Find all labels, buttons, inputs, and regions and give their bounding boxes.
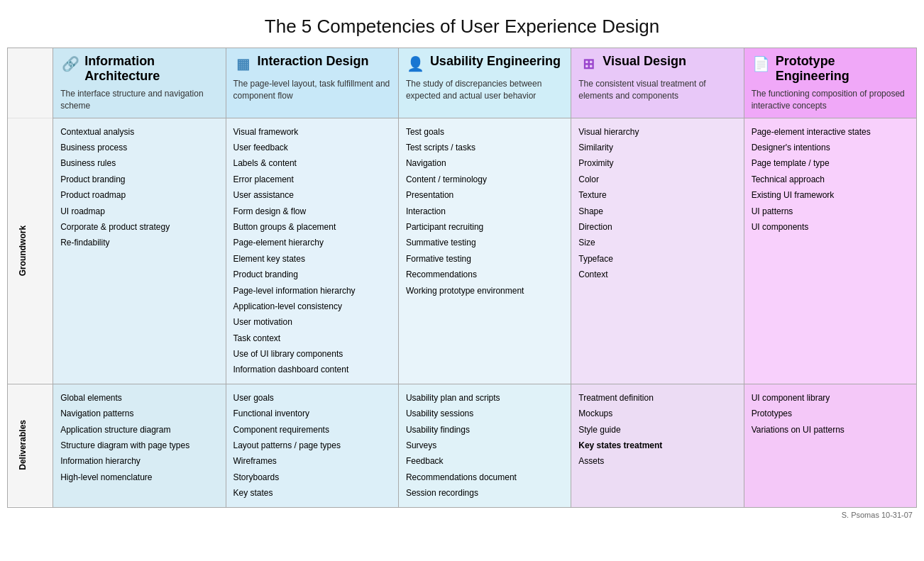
- deliverables-vd: Treatment definition Mockups Style guide…: [571, 384, 744, 507]
- deliverables-vd-list: Treatment definition Mockups Style guide…: [578, 390, 736, 470]
- list-item: Designer's intentions: [752, 140, 909, 155]
- list-item: Form design & flow: [233, 204, 391, 219]
- list-item: Task context: [233, 331, 391, 346]
- groundwork-row: Groundwork Contextual analysis Business …: [8, 118, 917, 384]
- deliverables-ue: Usability plan and scripts Usability ses…: [398, 384, 571, 507]
- list-item: UI component library: [752, 390, 909, 406]
- list-item: Contextual analysis: [60, 124, 218, 140]
- deliverables-id: User goals Functional inventory Componen…: [226, 384, 398, 507]
- list-item: Direction: [578, 219, 736, 235]
- list-item: Test scripts / tasks: [406, 140, 563, 155]
- list-item: Product branding: [60, 172, 218, 187]
- list-item: Information hierarchy: [60, 453, 218, 469]
- list-item: Use of UI library components: [233, 346, 391, 362]
- list-item: Page-level information hierarchy: [233, 283, 391, 299]
- ia-icon: 🔗: [60, 54, 80, 74]
- list-item: Mockups: [578, 406, 736, 421]
- page-title: The 5 Competencies of User Experience De…: [7, 16, 917, 38]
- footer: S. Psomas 10-31-07: [7, 508, 917, 521]
- deliverables-label: Deliverables: [8, 384, 53, 507]
- list-item: Recommendations document: [406, 470, 563, 485]
- list-item: Surveys: [406, 438, 563, 453]
- list-item: Functional inventory: [233, 406, 391, 421]
- list-item: Usability plan and scripts: [406, 390, 563, 406]
- list-item: Re-findability: [60, 235, 218, 250]
- list-item: Technical approach: [752, 172, 909, 187]
- list-item: Content / terminology: [406, 172, 563, 187]
- pe-icon: 📄: [752, 54, 771, 74]
- id-desc: The page-level layout, task fulfillment …: [233, 78, 391, 102]
- list-item: Component requirements: [233, 422, 391, 438]
- ue-desc: The study of discrepancies between expec…: [406, 78, 563, 102]
- deliverables-ia-list: Global elements Navigation patterns Appl…: [60, 390, 218, 485]
- list-item: Storyboards: [233, 470, 391, 485]
- deliverables-ia: Global elements Navigation patterns Appl…: [53, 384, 226, 507]
- list-item: Error placement: [233, 172, 391, 187]
- list-item: Assets: [578, 453, 736, 469]
- list-item: Existing UI framework: [752, 187, 909, 203]
- list-item: Prototypes: [752, 406, 909, 421]
- groundwork-label: Groundwork: [8, 118, 53, 384]
- list-item: Size: [578, 235, 736, 250]
- groundwork-id: Visual framework User feedback Labels & …: [226, 118, 398, 384]
- list-item: Formative testing: [406, 251, 563, 267]
- list-item: Business rules: [60, 155, 218, 171]
- list-item: Context: [578, 267, 736, 282]
- vd-title: Visual Design: [603, 54, 686, 69]
- list-item: Corporate & product strategy: [60, 219, 218, 235]
- ue-title: Usability Engineering: [430, 54, 561, 69]
- groundwork-ia: Contextual analysis Business process Bus…: [53, 118, 226, 384]
- groundwork-vd: Visual hierarchy Similarity Proximity Co…: [571, 118, 744, 384]
- list-item: Labels & content: [233, 155, 391, 171]
- list-item: Feedback: [406, 453, 563, 469]
- list-item: Product roadmap: [60, 187, 218, 203]
- list-item: Test goals: [406, 124, 563, 140]
- list-item: Interaction: [406, 204, 563, 219]
- header-id: ▦ Interaction Design The page-level layo…: [226, 48, 398, 118]
- pe-desc: The functioning composition of proposed …: [752, 88, 909, 112]
- groundwork-ia-list: Contextual analysis Business process Bus…: [60, 124, 218, 251]
- list-item: Layout patterns / page types: [233, 438, 391, 453]
- vd-icon: ⊞: [578, 54, 598, 74]
- list-item: Shape: [578, 204, 736, 219]
- list-item: UI patterns: [752, 204, 909, 219]
- list-item: Page-element interactive states: [752, 124, 909, 140]
- list-item: Session recordings: [406, 485, 563, 501]
- groundwork-vd-list: Visual hierarchy Similarity Proximity Co…: [578, 124, 736, 283]
- list-item: Wireframes: [233, 453, 391, 469]
- list-item: UI roadmap: [60, 204, 218, 219]
- list-item: Variations on UI patterns: [752, 422, 909, 438]
- ue-icon: 👤: [406, 54, 426, 74]
- list-item: Working prototype environment: [406, 283, 563, 299]
- id-title: Interaction Design: [258, 54, 369, 69]
- list-item: Information dashboard content: [233, 362, 391, 377]
- list-item: Application structure diagram: [60, 422, 218, 438]
- list-item: Key states treatment: [578, 438, 736, 453]
- list-item: Similarity: [578, 140, 736, 155]
- list-item: Texture: [578, 187, 736, 203]
- header-row: 🔗 Information Architecture The interface…: [8, 48, 917, 118]
- list-item: Button groups & placement: [233, 219, 391, 235]
- list-item: Typeface: [578, 251, 736, 267]
- competencies-table: 🔗 Information Architecture The interface…: [7, 48, 917, 508]
- list-item: Global elements: [60, 390, 218, 406]
- header-ue: 👤 Usability Engineering The study of dis…: [398, 48, 571, 118]
- vd-desc: The consistent visual treatment of eleme…: [578, 78, 736, 102]
- list-item: High-level nomenclature: [60, 470, 218, 485]
- deliverables-row: Deliverables Global elements Navigation …: [8, 384, 917, 507]
- deliverables-pe-list: UI component library Prototypes Variatio…: [752, 390, 909, 438]
- list-item: Navigation: [406, 155, 563, 171]
- list-item: Usability sessions: [406, 406, 563, 421]
- list-item: Application-level consistency: [233, 299, 391, 314]
- id-icon: ▦: [233, 54, 253, 74]
- deliverables-pe: UI component library Prototypes Variatio…: [744, 384, 916, 507]
- deliverables-ue-list: Usability plan and scripts Usability ses…: [406, 390, 563, 501]
- list-item: Page-element hierarchy: [233, 235, 391, 250]
- header-ia: 🔗 Information Architecture The interface…: [53, 48, 226, 118]
- groundwork-pe-list: Page-element interactive states Designer…: [752, 124, 909, 235]
- list-item: User motivation: [233, 314, 391, 330]
- header-pe: 📄 Prototype Engineering The functioning …: [744, 48, 916, 118]
- list-item: Style guide: [578, 422, 736, 438]
- ia-desc: The interface structure and navigation s…: [60, 88, 218, 112]
- list-item: Business process: [60, 140, 218, 155]
